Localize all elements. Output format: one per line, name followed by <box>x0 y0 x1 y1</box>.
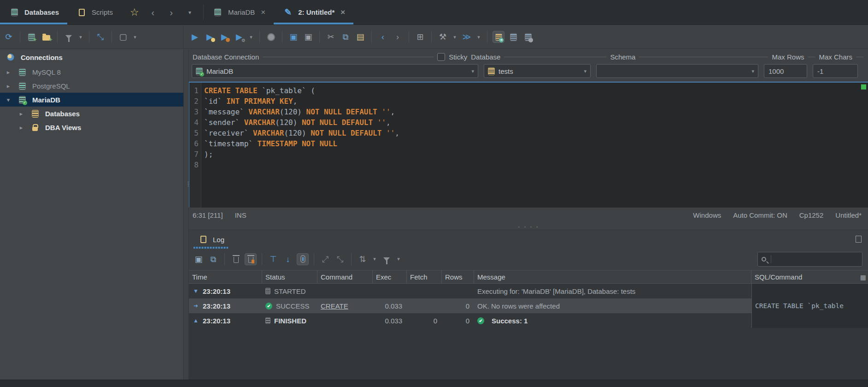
editor-tab-untitled[interactable]: ✎ 2: Untitled* × <box>274 0 353 24</box>
sql-editor[interactable]: 12345678 CREATE TABLE `pk_table` (`id` I… <box>189 82 868 208</box>
scroll-to-start-button[interactable]: ⊤ <box>267 253 279 265</box>
connection-combo[interactable]: ✓ MariaDB ▾ <box>192 64 478 78</box>
tree-item-mysql-8[interactable]: ▸MySQL 8 <box>0 65 183 79</box>
horizontal-splitter[interactable]: · · · · <box>189 222 868 230</box>
schema-combo[interactable]: ▾ <box>596 64 758 78</box>
column-header-status[interactable]: Status <box>262 270 317 283</box>
collapse-all-button[interactable]: ⤡ <box>94 31 106 43</box>
max-rows-label: Max Rows <box>772 53 804 61</box>
column-header-time[interactable]: Time <box>189 270 262 283</box>
new-connection-button[interactable]: + <box>25 31 37 43</box>
save-log-button[interactable]: ▣ <box>193 253 205 265</box>
history-forward-icon[interactable]: › <box>165 6 177 18</box>
tree-item-mariadb[interactable]: ▾✓MariaDB <box>0 93 183 107</box>
column-header-exec[interactable]: Exec <box>373 270 407 283</box>
tree-expander-icon[interactable]: ▸ <box>18 110 25 117</box>
tab-list-chevron-icon[interactable]: ▾ <box>184 6 196 18</box>
tools-caret[interactable]: ▾ <box>452 31 458 43</box>
save-to-database-button[interactable] <box>507 31 519 43</box>
wrap-lines-button[interactable]: ⇅ <box>357 253 369 265</box>
max-chars-input[interactable]: -1 <box>813 64 858 78</box>
column-header-sql-command[interactable]: SQL/Command▦ <box>751 270 868 283</box>
paste-button[interactable]: ▤ <box>354 31 366 43</box>
favorites-star-icon[interactable]: ☆ <box>129 6 141 18</box>
column-header-message[interactable]: Message <box>474 270 751 283</box>
maximize-panel-icon[interactable] <box>856 236 862 243</box>
back-button[interactable]: ‹ <box>377 31 389 43</box>
column-header-rows[interactable]: Rows <box>442 270 474 283</box>
forward-button[interactable]: › <box>392 31 404 43</box>
execute-with-settings-button[interactable]: ▶⚙ <box>233 31 245 43</box>
new-folder-button[interactable]: + <box>40 31 52 43</box>
close-tab-icon[interactable]: × <box>340 8 345 17</box>
copy-button[interactable]: ⧉ <box>340 31 352 43</box>
tree-item-dba-views[interactable]: ▸DBA Views <box>0 120 183 134</box>
sticky-checkbox[interactable] <box>437 53 445 61</box>
log-time: 23:20:13 <box>203 287 230 295</box>
command-link[interactable]: CREATE <box>321 302 348 310</box>
tree-expander-icon[interactable]: ▸ <box>18 124 25 131</box>
mapping-button[interactable] <box>522 31 534 43</box>
collapse-all-log-button[interactable]: ⤡ <box>334 253 346 265</box>
er-diagram-button[interactable]: ⊞ <box>414 31 426 43</box>
close-tab-icon[interactable]: × <box>261 8 265 17</box>
tree-item-label: DBA Views <box>45 124 81 131</box>
log-row[interactable]: ▲23:20:13FINISHED0.03300✔Success: 1 <box>189 313 868 328</box>
execute-statement-button[interactable]: ▶ <box>189 31 201 43</box>
save-as-button[interactable]: ▣ <box>302 31 314 43</box>
view-caret[interactable]: ▾ <box>132 31 138 43</box>
scroll-lock-button[interactable] <box>297 253 309 265</box>
execute-in-new-tab-button[interactable]: ▶ <box>204 31 216 43</box>
copy-log-button[interactable]: ⧉ <box>207 253 219 265</box>
filter-log-caret[interactable]: ▾ <box>395 253 402 265</box>
tree-item-databases[interactable]: ▸Databases <box>0 107 183 120</box>
cut-button[interactable]: ✂ <box>325 31 337 43</box>
database-combo[interactable]: tests ▾ <box>484 64 591 78</box>
tree-expander-icon[interactable]: ▸ <box>5 83 12 89</box>
column-header-command[interactable]: Command <box>317 270 373 283</box>
tools-button[interactable]: ⚒ <box>437 31 449 43</box>
export-result-button[interactable]: ➔ <box>493 31 504 43</box>
configure-view-button[interactable]: ▢ <box>117 31 129 43</box>
execute-script-button[interactable]: ▶ <box>218 31 230 43</box>
sql-code[interactable]: CREATE TABLE `pk_table` (`id` INT PRIMAR… <box>201 83 399 208</box>
tree-expander-icon[interactable]: ▸ <box>5 69 12 76</box>
scroll-to-end-button[interactable]: ↓ <box>282 253 294 265</box>
refresh-button[interactable]: ⟳ <box>3 31 15 43</box>
row-expander-icon[interactable]: ➜ <box>192 303 199 309</box>
tree-expander-icon[interactable]: ▾ <box>5 96 12 103</box>
grid-options-icon[interactable]: ▦ <box>860 274 866 281</box>
filter-log-button[interactable] <box>381 253 393 265</box>
line-ending-indicator[interactable]: Windows <box>693 211 721 219</box>
part-tab-databases[interactable]: Databases <box>0 0 67 24</box>
log-row[interactable]: ▼23:20:13STARTEDExecuting for: 'MariaDB'… <box>189 284 868 298</box>
log-tab[interactable]: Log <box>194 230 228 249</box>
max-rows-input[interactable]: 1000 <box>764 64 807 78</box>
row-expander-icon[interactable]: ▲ <box>192 317 199 324</box>
expand-all-button[interactable]: ⤢ <box>319 253 331 265</box>
stop-button[interactable] <box>265 31 277 43</box>
connections-root[interactable]: Connections <box>0 49 183 65</box>
vertical-splitter[interactable]: ⋮⋮ <box>183 49 189 380</box>
save-button[interactable]: ▣ <box>287 31 299 43</box>
clear-log-settings-button[interactable] <box>245 253 257 265</box>
log-tab-label: Log <box>213 236 224 244</box>
clear-log-button[interactable] <box>230 253 242 265</box>
log-row[interactable]: ➜23:20:13✔SUCCESSCREATE0.0330OK. No rows… <box>189 298 868 313</box>
log-search-box[interactable] <box>757 252 862 267</box>
column-header-fetch[interactable]: Fetch <box>407 270 442 283</box>
editor-tab-mariadb[interactable]: MariaDB × <box>204 0 274 24</box>
part-tab-scripts[interactable]: Scripts <box>67 0 121 24</box>
execute-caret[interactable]: ▾ <box>248 31 254 43</box>
auto-commit-indicator[interactable]: Auto Commit: ON <box>733 211 787 219</box>
row-expander-icon[interactable]: ▼ <box>192 288 199 294</box>
transfer-caret[interactable]: ▾ <box>475 31 482 43</box>
encoding-indicator[interactable]: Cp1252 <box>799 211 824 219</box>
tree-item-postgresql[interactable]: ▸PostgreSQL <box>0 79 183 93</box>
transfer-button[interactable]: ≫ <box>461 31 473 43</box>
wrap-caret[interactable]: ▾ <box>371 253 378 265</box>
history-back-icon[interactable]: ‹ <box>147 6 159 18</box>
filter-connections-button[interactable] <box>63 31 75 43</box>
filter-caret[interactable]: ▾ <box>77 31 84 43</box>
database-icon: ✓ <box>16 94 28 106</box>
